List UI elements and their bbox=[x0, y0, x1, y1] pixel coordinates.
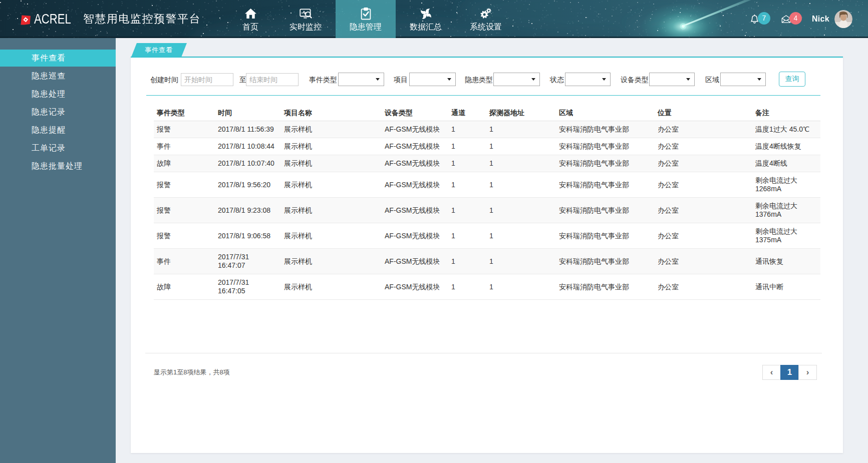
cell-r1-c4: AF-GSM无线模块 bbox=[382, 121, 448, 138]
sidebar-item-7[interactable]: 隐患批量处理 bbox=[0, 158, 116, 175]
cell-r8-c9: 通讯中断 bbox=[752, 274, 820, 300]
pagination: ‹ 1 › bbox=[762, 365, 817, 380]
sidebar-item-6[interactable]: 工单记录 bbox=[0, 140, 116, 157]
table-row-7[interactable]: 事件2017/7/31 16:47:07展示样机AF-GSM无线模块11安科瑞消… bbox=[154, 249, 820, 274]
user-avatar[interactable] bbox=[834, 10, 852, 28]
cell-r6-c7: 安科瑞消防电气事业部 bbox=[556, 223, 655, 249]
mail-badge[interactable]: 4 bbox=[789, 12, 802, 25]
cell-r6-c4: AF-GSM无线模块 bbox=[382, 223, 448, 249]
cell-r2-c5: 1 bbox=[448, 138, 486, 155]
end-time-input[interactable] bbox=[246, 73, 299, 86]
cell-r5-c7: 安科瑞消防电气事业部 bbox=[556, 198, 655, 223]
pagination-page-1[interactable]: 1 bbox=[780, 365, 799, 380]
cell-r7-c3: 展示样机 bbox=[281, 249, 382, 274]
cell-r4-c9: 剩余电流过大 1268mA bbox=[752, 172, 820, 198]
start-time-input[interactable] bbox=[181, 73, 233, 86]
cell-r3-c2: 2017/8/1 10:07:40 bbox=[215, 155, 281, 172]
cell-r4-c3: 展示样机 bbox=[281, 172, 382, 198]
cell-r3-c4: AF-GSM无线模块 bbox=[382, 155, 448, 172]
cell-r4-c2: 2017/8/1 9:56:20 bbox=[215, 172, 281, 198]
cell-r1-c9: 温度1过大 45.0℃ bbox=[752, 121, 820, 138]
cell-r1-c7: 安科瑞消防电气事业部 bbox=[556, 121, 655, 138]
filter-select-4[interactable] bbox=[565, 73, 611, 86]
col-header-6: 探测器地址 bbox=[486, 106, 556, 121]
table-row-3[interactable]: 故障2017/8/1 10:07:40展示样机AF-GSM无线模块11安科瑞消防… bbox=[154, 155, 820, 172]
table-row-4[interactable]: 报警2017/8/1 9:56:20展示样机AF-GSM无线模块11安科瑞消防电… bbox=[154, 172, 820, 198]
user-name[interactable]: Nick bbox=[812, 15, 829, 24]
table-row-6[interactable]: 报警2017/8/1 9:06:58展示样机AF-GSM无线模块11安科瑞消防电… bbox=[154, 223, 820, 249]
dropdown-arrow-icon bbox=[531, 78, 535, 81]
content-card: 创建时间 至 事件类型 项目 隐患类型 状态 设备类型 区域 查询 bbox=[131, 57, 843, 453]
sidebar-item-5[interactable]: 隐患提醒 bbox=[0, 122, 116, 139]
footer-separator bbox=[145, 353, 822, 353]
filter-label-3: 隐患类型 bbox=[465, 73, 493, 87]
cell-r7-c9: 通讯恢复 bbox=[752, 249, 820, 274]
notifications-bell[interactable]: 7 bbox=[750, 14, 770, 25]
table-row-5[interactable]: 报警2017/8/1 9:23:08展示样机AF-GSM无线模块11安科瑞消防电… bbox=[154, 198, 820, 223]
filter-select-5[interactable] bbox=[649, 73, 695, 86]
cell-r3-c7: 安科瑞消防电气事业部 bbox=[556, 155, 655, 172]
cell-r6-c1: 报警 bbox=[154, 223, 215, 249]
cell-r3-c6: 1 bbox=[486, 155, 556, 172]
dropdown-arrow-icon bbox=[447, 78, 451, 81]
cell-r1-c3: 展示样机 bbox=[281, 121, 382, 138]
cell-r2-c1: 事件 bbox=[154, 138, 215, 155]
to-label: 至 bbox=[239, 73, 246, 87]
nav-item-2[interactable]: 实时监控 bbox=[275, 0, 336, 38]
cell-r8-c4: AF-GSM无线模块 bbox=[382, 274, 448, 300]
filter-select-6[interactable] bbox=[720, 73, 766, 86]
cell-r8-c7: 安科瑞消防电气事业部 bbox=[556, 274, 655, 300]
sidebar-item-3[interactable]: 隐患处理 bbox=[0, 86, 116, 103]
dropdown-arrow-icon bbox=[686, 78, 690, 81]
cell-r4-c7: 安科瑞消防电气事业部 bbox=[556, 172, 655, 198]
cell-r8-c1: 故障 bbox=[154, 274, 215, 300]
cell-r2-c3: 展示样机 bbox=[281, 138, 382, 155]
col-header-1: 事件类型 bbox=[154, 106, 215, 121]
monitor-icon bbox=[300, 8, 312, 20]
cell-r1-c2: 2017/8/1 11:56:39 bbox=[215, 121, 281, 138]
app-title: 智慧用电监控预警平台 bbox=[83, 12, 201, 27]
gears-icon bbox=[480, 8, 492, 20]
tab-event-view[interactable]: 事件查看 bbox=[131, 43, 187, 57]
cell-r3-c3: 展示样机 bbox=[281, 155, 382, 172]
table-row-2[interactable]: 事件2017/8/1 10:08:44展示样机AF-GSM无线模块11安科瑞消防… bbox=[154, 138, 820, 155]
filter-select-2[interactable] bbox=[409, 73, 456, 86]
table-header-row: 事件类型时间项目名称设备类型通道探测器地址区域位置备注 bbox=[154, 106, 820, 121]
filter-label-6: 区域 bbox=[705, 73, 719, 87]
notifications-mail[interactable]: 4 bbox=[781, 14, 802, 25]
cell-r1-c8: 办公室 bbox=[655, 121, 752, 138]
cell-r2-c4: AF-GSM无线模块 bbox=[382, 138, 448, 155]
filter-label-2: 项目 bbox=[394, 73, 408, 87]
cell-r6-c8: 办公室 bbox=[655, 223, 752, 249]
cell-r8-c8: 办公室 bbox=[655, 274, 752, 300]
table-row-1[interactable]: 报警2017/8/1 11:56:39展示样机AF-GSM无线模块11安科瑞消防… bbox=[154, 121, 820, 138]
col-header-2: 时间 bbox=[215, 106, 281, 121]
cell-r4-c5: 1 bbox=[448, 172, 486, 198]
cell-r6-c9: 剩余电流过大 1375mA bbox=[752, 223, 820, 249]
col-header-8: 位置 bbox=[655, 106, 752, 121]
pagination-next[interactable]: › bbox=[798, 365, 817, 380]
sidebar-item-2[interactable]: 隐患巡查 bbox=[0, 68, 116, 85]
cell-r8-c2: 2017/7/31 16:47:05 bbox=[215, 274, 281, 300]
sidebar-item-4[interactable]: 隐患记录 bbox=[0, 104, 116, 121]
cell-r5-c5: 1 bbox=[448, 198, 486, 223]
nav-item-4[interactable]: 数据汇总 bbox=[396, 0, 456, 38]
filter-select-3[interactable] bbox=[493, 73, 540, 86]
cell-r4-c6: 1 bbox=[486, 172, 556, 198]
table-row-8[interactable]: 故障2017/7/31 16:47:05展示样机AF-GSM无线模块11安科瑞消… bbox=[154, 274, 820, 300]
search-button[interactable]: 查询 bbox=[779, 72, 805, 87]
cell-r4-c8: 办公室 bbox=[655, 172, 752, 198]
nav-item-3[interactable]: 隐患管理 bbox=[336, 0, 396, 38]
cell-r4-c1: 报警 bbox=[154, 172, 215, 198]
cell-r2-c9: 温度4断线恢复 bbox=[752, 138, 820, 155]
col-header-4: 设备类型 bbox=[382, 106, 448, 121]
cell-r7-c2: 2017/7/31 16:47:07 bbox=[215, 249, 281, 274]
bell-badge[interactable]: 7 bbox=[758, 12, 770, 25]
nav-item-5[interactable]: 系统设置 bbox=[456, 0, 516, 38]
cell-r4-c4: AF-GSM无线模块 bbox=[382, 172, 448, 198]
nav-item-1[interactable]: 首页 bbox=[225, 0, 275, 38]
filter-select-1[interactable] bbox=[338, 73, 384, 86]
pinwheel-icon bbox=[420, 8, 432, 20]
pagination-prev[interactable]: ‹ bbox=[762, 365, 781, 380]
sidebar-item-1[interactable]: 事件查看 bbox=[0, 50, 116, 67]
